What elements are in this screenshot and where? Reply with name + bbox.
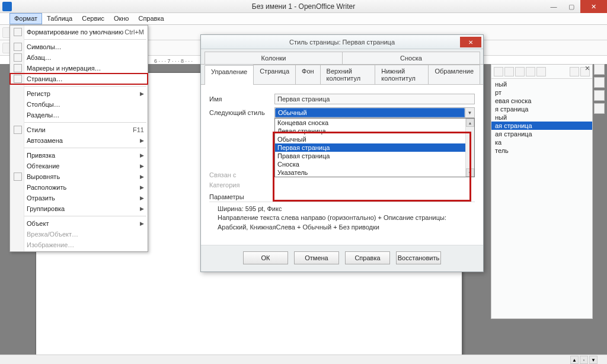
dropdown-scrollbar[interactable]: ▲ ▼ xyxy=(465,119,474,177)
parameters-text: Ширина: 595 pt, Фикс Направление текста … xyxy=(209,202,475,234)
menu-item[interactable]: Разделы… xyxy=(10,110,148,120)
style-category-btn[interactable] xyxy=(526,67,535,76)
params-line2: Направление текста слева направо (горизо… xyxy=(218,214,446,230)
maximize-button[interactable]: ▢ xyxy=(563,0,580,13)
scroll-nav-icon[interactable]: ◦ xyxy=(580,356,588,364)
menu-item-label: Изображение… xyxy=(27,241,74,248)
style-list-item[interactable]: рт xyxy=(491,88,592,97)
submenu-arrow-icon: ▶ xyxy=(140,138,144,143)
menu-item[interactable]: Символы… xyxy=(10,41,148,52)
styles-list: ныйртевая сноская страницаныйая страница… xyxy=(491,79,592,156)
dropdown-option[interactable]: Первая страница xyxy=(275,143,474,152)
menu-item[interactable]: Регистр▶ xyxy=(10,88,148,99)
scroll-down-icon[interactable]: ▼ xyxy=(466,168,474,177)
style-list-item[interactable]: ный xyxy=(491,113,592,122)
scroll-down-icon[interactable]: ▼ xyxy=(589,356,598,364)
menu-service[interactable]: Сервис xyxy=(77,13,109,24)
menu-item-label: Символы… xyxy=(27,43,62,50)
tab-page[interactable]: Страница xyxy=(253,65,296,84)
cancel-button[interactable]: Отмена xyxy=(294,251,339,264)
menu-item-label: Страница… xyxy=(27,75,63,82)
tab-background[interactable]: Фон xyxy=(295,65,321,84)
name-label: Имя xyxy=(209,95,274,103)
next-style-combo[interactable]: Обычный ▼ xyxy=(274,107,475,118)
menu-table[interactable]: Таблица xyxy=(42,13,77,24)
style-category-btn[interactable] xyxy=(504,67,514,76)
menu-item-label: Регистр xyxy=(27,90,50,97)
menu-item-icon xyxy=(14,43,22,51)
fill-format-btn[interactable] xyxy=(570,67,579,76)
palette-btn[interactable] xyxy=(594,77,605,88)
name-row: Имя Первая страница xyxy=(209,94,475,104)
dropdown-option[interactable]: Правая страница xyxy=(275,152,474,160)
menu-item[interactable]: Автозамена▶ xyxy=(10,135,148,146)
next-style-combo-wrap: Обычный ▼ Концевая сноскаЛевая страницаО… xyxy=(274,107,475,118)
menu-item[interactable]: Столбцы… xyxy=(10,99,148,110)
menu-shortcut: Ctrl+M xyxy=(124,28,144,36)
palette-btn[interactable] xyxy=(594,64,605,75)
menu-item[interactable]: Форматирование по умолчаниюCtrl+M xyxy=(10,27,148,37)
chevron-down-icon[interactable]: ▼ xyxy=(465,108,474,117)
style-category-btn[interactable] xyxy=(536,67,546,76)
tab-organizer[interactable]: Управление xyxy=(205,65,254,85)
style-list-item[interactable]: ая страница xyxy=(491,130,592,138)
menu-item[interactable]: СтилиF11 xyxy=(10,124,148,135)
dropdown-option[interactable]: Концевая сноска xyxy=(275,119,474,127)
reset-button[interactable]: Восстановить xyxy=(396,251,441,264)
style-category-btn[interactable] xyxy=(515,67,525,76)
dropdown-option[interactable]: Обычный xyxy=(275,135,474,143)
scroll-up-icon[interactable]: ▲ xyxy=(570,356,579,364)
panel-close-icon[interactable]: × xyxy=(585,63,590,73)
style-list-item[interactable]: я страница xyxy=(491,105,592,113)
help-button[interactable]: Справка xyxy=(345,251,390,264)
menu-item[interactable]: Абзац… xyxy=(10,52,148,63)
palette-btn[interactable] xyxy=(594,90,605,101)
style-category-btn[interactable] xyxy=(494,67,503,76)
name-field[interactable]: Первая страница xyxy=(274,94,475,104)
style-list-item[interactable]: ка xyxy=(491,138,592,146)
dialog-title-bar[interactable]: Стиль страницы: Первая страница ✕ xyxy=(201,35,483,49)
menu-item[interactable]: Привязка▶ xyxy=(10,150,148,161)
dialog-buttons: ОК Отмена Справка Восстановить xyxy=(201,245,483,272)
tab-columns[interactable]: Колонки xyxy=(205,52,343,64)
dropdown-option[interactable]: Сноска xyxy=(275,160,474,168)
minimize-button[interactable]: — xyxy=(545,0,563,13)
dialog-close-button[interactable]: ✕ xyxy=(460,37,481,47)
menu-item[interactable]: Обтекание▶ xyxy=(10,161,148,171)
menu-item-label: Абзац… xyxy=(27,54,52,61)
linked-with-label: Связан с xyxy=(209,171,274,178)
menu-item[interactable]: Отразить▶ xyxy=(10,193,148,203)
menu-item-label: Разделы… xyxy=(27,111,59,119)
scroll-up-icon[interactable]: ▲ xyxy=(466,119,474,127)
menu-item[interactable]: Группировка▶ xyxy=(10,203,148,214)
style-list-item[interactable]: тель xyxy=(491,146,592,155)
menu-help[interactable]: Справка xyxy=(133,13,168,24)
next-style-row: Следующий стиль Обычный ▼ Концевая сноск… xyxy=(209,107,475,118)
menu-item-label: Отразить xyxy=(27,194,55,202)
next-style-dropdown: Концевая сноскаЛевая страницаОбычныйПерв… xyxy=(274,118,475,177)
dropdown-option[interactable]: Указатель xyxy=(275,168,474,177)
style-list-item[interactable]: ая страница xyxy=(491,122,592,130)
palette-btn[interactable] xyxy=(594,103,605,114)
dropdown-option[interactable]: Левая страница xyxy=(275,127,474,135)
tab-borders[interactable]: Обрамление xyxy=(428,65,480,84)
tab-footnote[interactable]: Сноска xyxy=(342,52,480,64)
style-list-item[interactable]: евая сноска xyxy=(491,97,592,105)
close-button[interactable]: ✕ xyxy=(580,0,607,13)
ok-button[interactable]: ОК xyxy=(243,251,288,264)
submenu-arrow-icon: ▶ xyxy=(140,91,144,97)
menu-window[interactable]: Окно xyxy=(109,13,134,24)
menu-item[interactable]: Выровнять▶ xyxy=(10,171,148,182)
menu-item[interactable]: Объект▶ xyxy=(10,218,148,229)
horizontal-scrollbar[interactable]: ▲ ◦ ▼ xyxy=(0,355,607,364)
menu-format[interactable]: Формат xyxy=(9,13,42,24)
tab-header[interactable]: Верхний колонтитул xyxy=(320,65,376,84)
menu-item[interactable]: Расположить▶ xyxy=(10,182,148,193)
style-list-item[interactable]: ный xyxy=(491,80,592,88)
menu-item-icon xyxy=(14,53,22,62)
styles-toolbar xyxy=(491,65,592,79)
menu-item[interactable]: Страница… xyxy=(10,74,148,84)
menu-item[interactable]: Маркеры и нумерация… xyxy=(10,63,148,74)
tab-footer[interactable]: Нижний колонтитул xyxy=(375,65,429,84)
window-title: Без имени 1 - OpenOffice Writer xyxy=(252,2,355,11)
